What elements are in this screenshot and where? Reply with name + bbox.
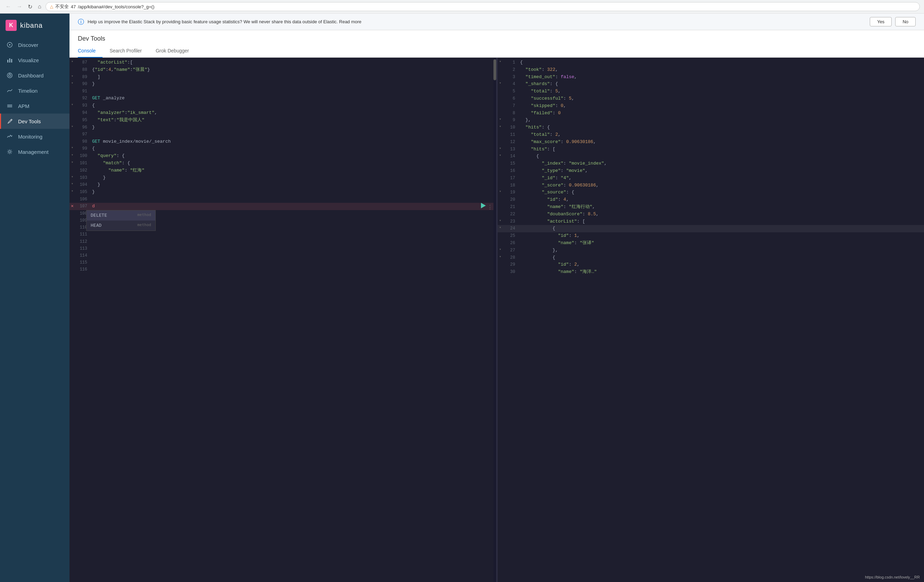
table-row: 97 (69, 131, 496, 138)
left-scrollbar[interactable] (493, 58, 496, 582)
line-num-106: 106 (75, 196, 91, 203)
table-row: 7 "skipped": 0, (498, 102, 924, 110)
line-num-r18: 18 (503, 182, 519, 189)
line-num-102: 102 (75, 167, 91, 174)
table-row: 114 (69, 252, 496, 259)
autocomplete-item-head[interactable]: HEAD method (86, 220, 155, 230)
table-row: ▾ 28 { (498, 254, 924, 261)
info-icon: ⓘ (78, 18, 84, 26)
sidebar: K kibana Discover (0, 13, 69, 582)
line-num-r26: 26 (503, 240, 519, 247)
left-scrollbar-thumb[interactable] (493, 59, 496, 80)
line-num-r27: 27 (503, 247, 519, 254)
run-button[interactable] (481, 203, 486, 209)
sidebar-item-dashboard[interactable]: Dashboard (0, 68, 69, 83)
line-content-101: "match": { (91, 160, 496, 167)
line-num-113: 113 (75, 245, 91, 252)
gutter-87: ▾ (69, 59, 75, 64)
main-content: ⓘ Help us improve the Elastic Stack by p… (69, 13, 924, 582)
line-num-r30: 30 (503, 268, 519, 275)
table-row: ▾ 100 "query": { (69, 153, 496, 160)
table-row: ▾ 96 } (69, 124, 496, 131)
tab-search-profiler[interactable]: Search Profiler (109, 44, 149, 58)
line-num-95: 95 (75, 117, 91, 123)
line-num-107: 107 (75, 203, 91, 210)
gutter-93: ▾ (69, 102, 75, 108)
back-button[interactable]: ← (4, 3, 13, 10)
right-editor-pane[interactable]: ▾ 1 { 2 "took": 322, 3 (498, 58, 924, 582)
table-row: 3 "timed_out": false, (498, 74, 924, 81)
no-button[interactable]: No (895, 17, 916, 26)
line-content-90: } (91, 81, 496, 88)
line-num-r16: 16 (503, 168, 519, 174)
table-row: ▾ 4 "_shards": { (498, 81, 924, 88)
svg-point-1 (9, 44, 10, 46)
reload-button[interactable]: ↻ (26, 3, 34, 11)
url-display: /app/kibana#/dev_tools/console?_g=() (78, 4, 154, 9)
left-editor-pane[interactable]: ▾ 87 "actorList":[ 88 {"id":4,"name":"张晨… (69, 58, 496, 582)
timelion-icon (6, 87, 13, 94)
forward-button[interactable]: → (15, 3, 24, 10)
table-row: 95 "text":"我是中国人" (69, 117, 496, 124)
line-content-102: "name": "红海" (91, 167, 496, 174)
line-num-r19: 19 (503, 189, 519, 196)
tab-console[interactable]: Console (78, 44, 102, 58)
visualize-icon (6, 57, 13, 64)
gutter-r27: ▾ (498, 247, 503, 252)
table-row: 112 (69, 238, 496, 245)
table-row: 88 {"id":4,"name":"张晨"} (69, 66, 496, 74)
table-row: 11 "total": 2, (498, 131, 924, 138)
line-content-94: "analyzer":"ik_smart", (91, 109, 496, 117)
table-row: ▾ 14 { (498, 153, 924, 160)
home-button[interactable]: ⌂ (36, 3, 43, 10)
sidebar-item-discover[interactable]: Discover (0, 37, 69, 53)
table-row: ▾ 93 { (69, 102, 496, 109)
yes-button[interactable]: Yes (870, 17, 892, 26)
line-num-r22: 22 (503, 211, 519, 218)
table-row: 92 GET _analyze (69, 95, 496, 102)
sidebar-item-timelion[interactable]: Timelion (0, 83, 69, 98)
table-row: 25 "id": 1, (498, 232, 924, 240)
right-code-area[interactable]: ▾ 1 { 2 "took": 322, 3 (498, 58, 924, 582)
sidebar-nav: Discover Visualize (0, 37, 69, 582)
management-icon (6, 148, 13, 155)
sidebar-item-visualize[interactable]: Visualize (0, 53, 69, 68)
table-row: 6 "successful": 5, (498, 95, 924, 102)
table-row: 15 "_index": "movie_index", (498, 160, 924, 168)
sidebar-item-dev-tools[interactable]: Dev Tools (0, 113, 69, 129)
line-num-r15: 15 (503, 160, 519, 167)
autocomplete-item-delete[interactable]: DELETE method (86, 210, 155, 220)
footer-link: https://blog.csdn.net/lovely__RR (865, 575, 920, 579)
gutter-104: ▾ (69, 181, 75, 187)
autocomplete-label-head: HEAD (91, 222, 101, 229)
tab-grok-debugger[interactable]: Grok Debugger (156, 44, 196, 58)
table-row: ▾ 9 }, (498, 117, 924, 124)
line-num-r23: 23 (503, 218, 519, 225)
address-bar[interactable]: △ 不安全 47 /app/kibana#/dev_tools/console?… (46, 2, 920, 11)
table-row: ▾ 89 ] (69, 74, 496, 81)
autocomplete-type-delete: method (137, 212, 151, 219)
line-num-r1: 1 (503, 59, 519, 66)
line-num-114: 114 (75, 252, 91, 259)
table-row: ▾ 103 } (69, 174, 496, 182)
gutter-r28: ▾ (498, 254, 503, 260)
sidebar-item-apm[interactable]: APM (0, 98, 69, 113)
gutter-r14: ▾ (498, 153, 503, 158)
table-row: ▾ 105 } (69, 189, 496, 196)
line-num-r17: 17 (503, 175, 519, 182)
autocomplete-label-delete: DELETE (91, 212, 107, 219)
line-content-107: d (91, 203, 496, 210)
gutter-r23: ▾ (498, 218, 503, 224)
line-num-r8: 8 (503, 110, 519, 117)
line-num-r24: 24 (503, 225, 519, 232)
line-num-105: 105 (75, 189, 91, 196)
table-row: 116 (69, 266, 496, 273)
notification-bar: ⓘ Help us improve the Elastic Stack by p… (69, 13, 924, 30)
line-num-r6: 6 (503, 95, 519, 102)
sidebar-item-monitoring[interactable]: Monitoring (0, 129, 69, 144)
timelion-label: Timelion (18, 88, 38, 94)
sidebar-item-management[interactable]: Management (0, 144, 69, 159)
left-code-area[interactable]: ▾ 87 "actorList":[ 88 {"id":4,"name":"张晨… (69, 58, 496, 582)
gutter-r24: ▾ (498, 225, 503, 230)
gutter-r19: ▾ (498, 189, 503, 194)
